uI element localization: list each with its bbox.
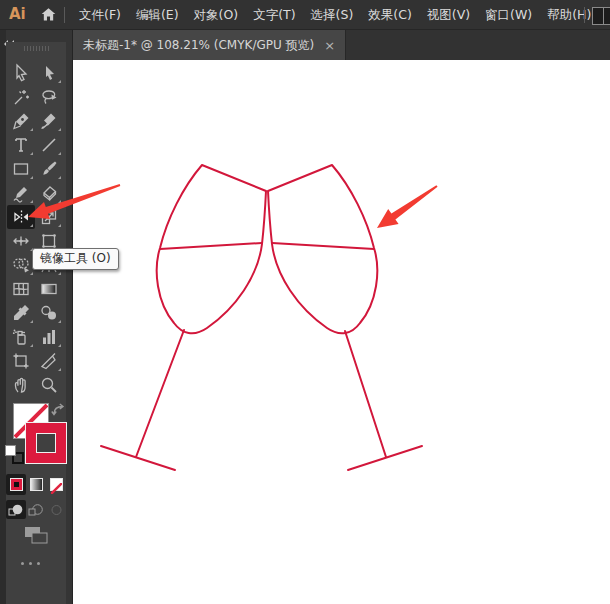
none-chip: [50, 478, 63, 491]
direct-selection-tool[interactable]: [35, 61, 63, 85]
lasso-icon: [39, 87, 59, 107]
menu-file[interactable]: 文件(F): [77, 7, 123, 24]
column-graph-icon: [39, 327, 59, 347]
line-segment-tool[interactable]: [35, 133, 63, 157]
width-icon: [11, 231, 31, 251]
document-tab[interactable]: 未标题-1* @ 108.21% (CMYK/GPU 预览) ×: [73, 30, 346, 60]
scale-tool[interactable]: [35, 205, 63, 229]
stroke-color-swatch[interactable]: [25, 422, 67, 464]
menu-help[interactable]: 帮助(H): [545, 7, 593, 24]
reflect-icon: [11, 207, 31, 227]
blend-icon: [39, 303, 59, 323]
workspace-switcher-icon[interactable]: [592, 7, 610, 25]
menu-object[interactable]: 对象(O): [192, 7, 241, 24]
tab-close-icon[interactable]: ×: [324, 39, 335, 52]
blend-tool[interactable]: [35, 301, 63, 325]
hand-tool[interactable]: [7, 373, 35, 397]
draw-normal-button[interactable]: [6, 500, 26, 519]
zoom-tool[interactable]: [35, 373, 63, 397]
paintbrush-icon: [39, 159, 59, 179]
slice-icon: [39, 351, 59, 371]
scale-icon: [39, 207, 59, 227]
swap-fill-stroke-icon[interactable]: [51, 402, 66, 421]
edit-toolbar-button[interactable]: [21, 562, 40, 565]
paint-style-row: [6, 474, 66, 495]
eyedropper-icon: [11, 303, 31, 323]
right-glass-stem[interactable]: [345, 331, 386, 457]
draw-behind-button[interactable]: [26, 500, 46, 519]
column-graph-tool[interactable]: [35, 325, 63, 349]
menubar-separator: [64, 7, 65, 23]
draw-mode-row: [6, 500, 66, 519]
document-area: 未标题-1* @ 108.21% (CMYK/GPU 预览) ×: [73, 30, 610, 604]
panel-drag-grip[interactable]: [24, 46, 49, 51]
gradient-tool[interactable]: [35, 277, 63, 301]
slice-tool[interactable]: [35, 349, 63, 373]
menubar-separator: [584, 7, 585, 23]
pen-tool[interactable]: [7, 109, 35, 133]
menu-effect[interactable]: 效果(C): [366, 7, 413, 24]
color-button[interactable]: [6, 474, 26, 495]
eyedropper-tool[interactable]: [7, 301, 35, 325]
gradient-chip: [30, 478, 43, 491]
tab-bar: 未标题-1* @ 108.21% (CMYK/GPU 预览) ×: [73, 30, 610, 60]
menu-list: 文件(F) 编辑(E) 对象(O) 文字(T) 选择(S) 效果(C) 视图(V…: [77, 0, 593, 30]
symbol-sprayer-icon: [11, 327, 31, 347]
type-tool[interactable]: [7, 133, 35, 157]
reflect-tool-tooltip: 镜像工具 (O): [32, 248, 119, 270]
wine-glasses-artwork: [73, 60, 610, 604]
menu-window[interactable]: 窗口(W): [483, 7, 534, 24]
stroke-hole: [36, 433, 56, 453]
artboard-tool[interactable]: [7, 349, 35, 373]
default-fill-stroke-icon[interactable]: [5, 445, 23, 463]
rectangle-icon: [11, 159, 31, 179]
menu-edit[interactable]: 编辑(E): [134, 7, 181, 24]
type-icon: [11, 135, 31, 155]
none-button[interactable]: [46, 474, 66, 495]
rectangle-tool[interactable]: [7, 157, 35, 181]
left-glass-stem[interactable]: [136, 330, 184, 457]
toolbar-panel: [6, 42, 66, 604]
shape-builder-tool[interactable]: [7, 253, 35, 277]
magic-wand-tool[interactable]: [7, 85, 35, 109]
draw-inside-button[interactable]: [46, 500, 66, 519]
direct-selection-icon: [39, 63, 59, 83]
hand-icon: [11, 375, 31, 395]
document-tab-title: 未标题-1* @ 108.21% (CMYK/GPU 预览): [83, 37, 314, 54]
reflect-tool[interactable]: [7, 205, 35, 229]
illustrator-window: Ai 文件(F) 编辑(E) 对象(O) 文字(T) 选择(S) 效果(C) 视…: [0, 0, 610, 604]
paintbrush-tool[interactable]: [35, 157, 63, 181]
left-glass-wine-line[interactable]: [160, 243, 262, 249]
menu-select[interactable]: 选择(S): [309, 7, 356, 24]
selection-tool[interactable]: [7, 61, 35, 85]
shaper-tool[interactable]: [7, 181, 35, 205]
width-tool[interactable]: [7, 229, 35, 253]
curvature-tool[interactable]: [35, 109, 63, 133]
right-glass-wine-line[interactable]: [272, 243, 374, 249]
gradient-button[interactable]: [26, 474, 46, 495]
home-icon[interactable]: [40, 6, 57, 27]
mesh-tool[interactable]: [7, 277, 35, 301]
shaper-icon: [11, 183, 31, 203]
zoom-icon: [39, 375, 59, 395]
eraser-icon: [39, 183, 59, 203]
tool-grid: [7, 61, 63, 397]
change-screen-mode-button[interactable]: [24, 526, 50, 550]
line-segment-icon: [39, 135, 59, 155]
mesh-icon: [11, 279, 31, 299]
curvature-icon: [39, 111, 59, 131]
artboard-icon: [11, 351, 31, 371]
tools-dock: [0, 30, 73, 604]
illustrator-logo: Ai: [9, 5, 26, 23]
color-chip: [10, 478, 23, 491]
eraser-tool[interactable]: [35, 181, 63, 205]
right-glass-base[interactable]: [348, 446, 422, 470]
symbol-sprayer-tool[interactable]: [7, 325, 35, 349]
menubar: Ai 文件(F) 编辑(E) 对象(O) 文字(T) 选择(S) 效果(C) 视…: [0, 0, 610, 30]
gradient-icon: [39, 279, 59, 299]
lasso-tool[interactable]: [35, 85, 63, 109]
shape-builder-icon: [11, 255, 31, 275]
menu-view[interactable]: 视图(V): [425, 7, 472, 24]
artboard-canvas[interactable]: [73, 60, 610, 604]
menu-type[interactable]: 文字(T): [251, 7, 297, 24]
